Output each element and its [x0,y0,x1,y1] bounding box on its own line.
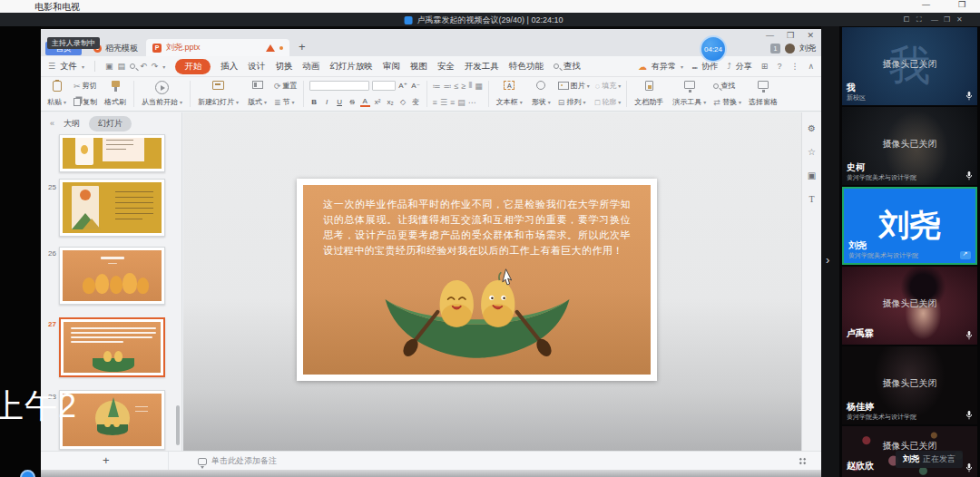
account-chip[interactable]: 1 刘尧 [770,43,816,54]
meeting-layout-icon[interactable]: ⧠ [904,15,909,24]
ribbon-tab-animation[interactable]: 动画 [302,61,319,73]
slide-body-text[interactable]: 这一次的毕业作品和平时的作业不同，它是检验我们在大学所学知识的总体展现。让我懂得… [303,197,651,258]
ribbon-tab-slideshow[interactable]: 幻灯片放映 [329,61,373,73]
wps-minimize-icon[interactable]: — [766,31,774,40]
wps-close-icon[interactable]: ✕ [807,31,814,40]
participant-tile[interactable]: 摄像头已关闭 杨佳婷 黄河学院美术与设计学院 [842,346,977,424]
shape-effects-icon[interactable]: ☆ [808,147,816,157]
collapse-panel-icon[interactable]: « [50,119,54,128]
ribbon-tab-insert[interactable]: 插入 [220,61,238,73]
subscript-button[interactable]: x₂ [386,98,396,106]
strikethrough-button[interactable]: S [348,98,358,106]
bold-button[interactable]: B [309,98,319,106]
chevron-down-icon[interactable]: ▾ [162,63,165,70]
superscript-button[interactable]: x² [373,98,383,106]
line-spacing-icon[interactable]: ⫴ [469,81,473,91]
selection-pane-button[interactable]: 选择窗格 [746,79,780,109]
cut-button[interactable]: ✂剪切 [74,81,97,91]
replace-button[interactable]: ⇄替换▾ [713,97,741,107]
maximize-icon[interactable]: ❒ [958,0,965,9]
microphone-icon[interactable] [965,462,973,473]
columns-icon[interactable]: ▦ [475,82,483,91]
slide-thumbnail[interactable] [59,179,165,237]
participant-tile[interactable]: 摄像头已关闭 史柯 黄河学院美术与设计学院 [842,107,977,185]
text-direction-icon[interactable]: ⋯ [468,98,476,107]
slide-thumbnail[interactable] [59,134,165,172]
indent-decrease-icon[interactable]: ≤ [455,82,459,91]
wps-maximize-icon[interactable]: ❒ [787,31,794,40]
panel-scrollbar[interactable] [176,405,180,445]
share-button[interactable]: ⤴ 分享 [727,61,752,73]
find-button[interactable]: 查找 [713,81,741,91]
new-tab-button[interactable]: + [299,40,306,54]
align-center-icon[interactable]: ☰ [440,98,447,107]
ribbon-tab-design[interactable]: 设计 [248,61,265,73]
participant-tile-speaking[interactable]: 刘尧 刘尧 黄河学院美术与设计学院 [842,187,977,265]
more-icon[interactable]: ⋮ [790,62,799,71]
microphone-icon[interactable] [965,330,973,341]
text-effects-button[interactable]: 变 [411,97,421,107]
microphone-icon[interactable] [965,170,973,181]
object-properties-icon[interactable]: ⚙ [808,123,816,133]
print-preview-icon[interactable] [130,63,135,69]
task-pane-icon[interactable]: ⊞ [761,62,769,71]
meeting-timer-badge[interactable]: 04:24 [700,35,727,63]
reset-button[interactable]: ⟳重置 [274,81,298,91]
font-color-button[interactable]: A [360,97,370,107]
align-left-icon[interactable]: ≡ [433,98,437,107]
participant-tile-me[interactable]: 我 摄像头已关闭 我 新校区 [842,27,977,105]
new-slide-button[interactable]: 新建幻灯片▾ [195,79,241,109]
help-icon[interactable]: ? [777,62,781,71]
save-icon[interactable]: ▣ [105,62,113,71]
tab-outline[interactable]: 大纲 [64,118,80,130]
paste-button[interactable]: 粘贴▾ [44,79,69,109]
zongzi-boat-illustration[interactable] [373,268,582,373]
notes-bar[interactable]: 单击此处添加备注 [168,452,821,471]
doc-assistant-button[interactable]: 文档助手 [632,79,666,109]
ribbon-tab-security[interactable]: 安全 [437,61,455,73]
meeting-restore-icon[interactable]: ❒ [944,15,950,24]
microphone-icon[interactable] [965,410,973,421]
minimize-icon[interactable]: — [922,0,930,9]
copy-button[interactable]: 复制 [74,97,97,107]
cloud-sync-status[interactable]: ☁ 有异常 ▾ [638,61,683,73]
slide-sorter-icon[interactable] [799,457,807,465]
ribbon-tab-view[interactable]: 视图 [410,61,427,73]
fill-button[interactable]: ◌填充▾ [595,81,621,91]
editing-canvas[interactable]: 这一次的毕业作品和平时的作业不同，它是检验我们在大学所学知识的总体展现。让我懂得… [183,112,801,451]
current-slide[interactable]: 这一次的毕业作品和平时的作业不同，它是检验我们在大学所学知识的总体展现。让我懂得… [297,179,657,381]
slide-thumbnail-current[interactable] [59,317,165,377]
italic-button[interactable]: I [322,98,332,106]
slide-thumbnail[interactable] [59,247,165,305]
ribbon-tab-review[interactable]: 审阅 [383,61,400,73]
participant-tile[interactable]: 摄像头已关闭 卢禹霖 [842,267,977,345]
picture-button[interactable]: 图片▾ [558,81,590,91]
underline-button[interactable]: U [335,98,345,106]
find-menu[interactable]: 查找 [554,61,581,73]
shapes-button[interactable]: 形状▾ [529,79,554,109]
ribbon-tab-transition[interactable]: 切换 [275,61,292,73]
redo-icon[interactable]: ↷ [152,62,159,71]
clear-format-button[interactable]: ◇ [398,98,408,106]
animation-pane-icon[interactable]: ▣ [808,170,816,180]
layout-button[interactable]: 版式▾ [245,79,270,109]
format-painter-button[interactable]: 格式刷 [102,79,129,109]
ribbon-tab-devtools[interactable]: 开发工具 [465,61,499,73]
collapse-ribbon-icon[interactable]: ∧ [808,62,814,71]
section-button[interactable]: ≣节▾ [274,97,298,107]
ribbon-tab-start[interactable]: 开始 [175,59,211,74]
undo-icon[interactable]: ↶ [140,62,147,71]
tab-document[interactable]: P 刘尧.pptx [146,39,289,56]
numbered-list-icon[interactable]: ≕ [444,82,452,91]
arrange-button[interactable]: ⊟排列▾ [558,97,590,107]
meeting-fullscreen-icon[interactable]: ⛶ [916,15,922,24]
shrink-font-button[interactable]: A⁻ [411,82,421,90]
grow-font-button[interactable]: A⁺ [398,82,408,90]
textbox-button[interactable]: A 文本框▾ [494,79,525,109]
print-icon[interactable]: ▤ [118,62,126,71]
font-size-select[interactable] [372,81,396,91]
indent-increase-icon[interactable]: ≥ [462,82,466,91]
tab-slides[interactable]: 幻灯片 [89,116,132,131]
bullet-list-icon[interactable]: ≔ [433,82,441,91]
justify-icon[interactable]: ▤ [457,98,466,107]
